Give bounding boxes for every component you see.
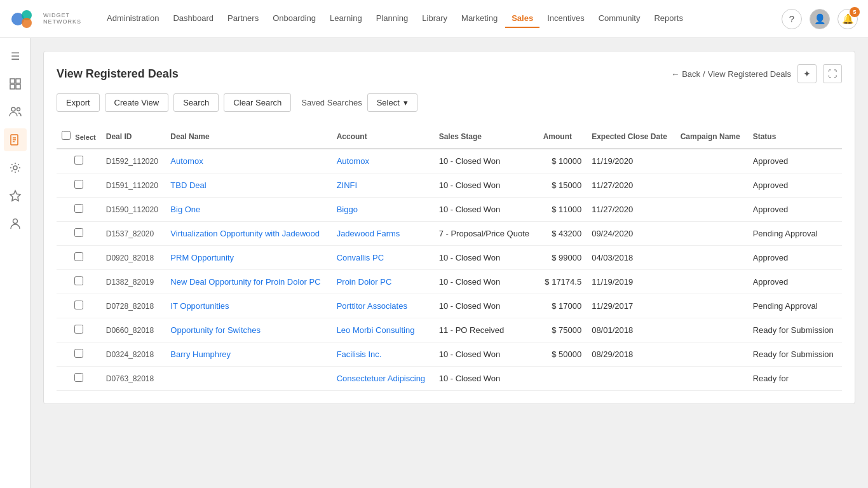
account-link[interactable]: Biggo bbox=[337, 205, 358, 214]
sidebar-gear-icon[interactable] bbox=[4, 156, 27, 179]
account-link[interactable]: Jadewood Farms bbox=[337, 229, 400, 238]
export-button[interactable]: Export bbox=[57, 93, 100, 112]
account-link[interactable]: Convallis PC bbox=[337, 253, 384, 262]
header-campaign-name: Campaign Name bbox=[675, 125, 748, 149]
sidebar-person-icon[interactable] bbox=[4, 212, 27, 235]
clear-search-button[interactable]: Clear Search bbox=[224, 93, 291, 112]
deal-name-link[interactable]: TBD Deal bbox=[170, 180, 206, 190]
header-account: Account bbox=[332, 125, 434, 149]
row-campaign-name bbox=[675, 198, 748, 222]
header-amount: Amount bbox=[538, 125, 587, 149]
row-checkbox-5[interactable] bbox=[74, 276, 83, 285]
row-checkbox-1[interactable] bbox=[74, 180, 83, 189]
row-sales-stage: 10 - Closed Won bbox=[434, 198, 538, 222]
nav-administration[interactable]: Administration bbox=[100, 10, 165, 28]
account-link[interactable]: ZINFI bbox=[337, 180, 358, 190]
row-checkbox-7[interactable] bbox=[74, 325, 83, 334]
nav-planning[interactable]: Planning bbox=[370, 10, 415, 28]
help-button[interactable]: ? bbox=[782, 9, 802, 29]
nav-incentives[interactable]: Incentives bbox=[541, 10, 591, 28]
row-account: Proin Dolor PC bbox=[332, 270, 434, 294]
sidebar-menu-icon[interactable]: ☰ bbox=[4, 44, 27, 67]
table-row: D0763_82018 Consectetuer Adipiscing 10 -… bbox=[57, 367, 842, 391]
account-link[interactable]: Leo Morbi Consulting bbox=[337, 325, 415, 335]
row-checkbox-4[interactable] bbox=[74, 252, 83, 261]
nav-learning[interactable]: Learning bbox=[323, 10, 369, 28]
deal-name-link[interactable]: PRM Opportunity bbox=[170, 253, 234, 262]
row-select-cell bbox=[57, 149, 101, 173]
row-deal-id: D1537_82020 bbox=[101, 222, 166, 246]
table-header-row: Select Deal ID Deal Name Account Sales S… bbox=[57, 125, 842, 149]
nav-marketing[interactable]: Marketing bbox=[455, 10, 504, 28]
table-row: D0728_82018 IT Opportunities Porttitor A… bbox=[57, 294, 842, 318]
deal-name-link[interactable]: Virtualization Opportunity with Jadewood bbox=[170, 229, 320, 238]
account-link[interactable]: Porttitor Associates bbox=[337, 301, 407, 311]
row-amount: $ 17174.5 bbox=[538, 270, 587, 294]
deal-name-link[interactable]: Big One bbox=[170, 205, 200, 214]
row-deal-id: D1382_82019 bbox=[101, 270, 166, 294]
sidebar-users-icon[interactable] bbox=[4, 100, 27, 123]
row-deal-name bbox=[165, 367, 331, 391]
notifications-button[interactable]: 🔔 5 bbox=[837, 9, 858, 29]
page-header: View Registered Deals ← Back / View Regi… bbox=[57, 64, 842, 83]
chevron-down-icon: ▾ bbox=[403, 98, 408, 107]
row-deal-name: New Deal Opportunity for Proin Dolor PC bbox=[165, 270, 331, 294]
row-checkbox-3[interactable] bbox=[74, 228, 83, 237]
row-checkbox-8[interactable] bbox=[74, 349, 83, 358]
create-view-button[interactable]: Create View bbox=[105, 93, 169, 112]
row-sales-stage: 10 - Closed Won bbox=[434, 173, 538, 198]
svg-point-8 bbox=[17, 108, 20, 111]
content-card: View Registered Deals ← Back / View Regi… bbox=[43, 51, 855, 404]
sidebar-document-icon[interactable] bbox=[4, 128, 27, 151]
deal-name-link[interactable]: IT Opportunities bbox=[170, 301, 229, 311]
nav-partners[interactable]: Partners bbox=[221, 10, 265, 28]
search-button[interactable]: Search bbox=[173, 93, 219, 112]
nav-community[interactable]: Community bbox=[592, 10, 647, 28]
row-checkbox-6[interactable] bbox=[74, 301, 83, 309]
row-sales-stage: 11 - PO Received bbox=[434, 318, 538, 342]
row-close-date: 09/24/2020 bbox=[587, 222, 675, 246]
account-link[interactable]: Automox bbox=[337, 156, 369, 166]
row-select-cell bbox=[57, 173, 101, 198]
deal-name-link[interactable]: Barry Humphrey bbox=[170, 349, 231, 359]
user-avatar[interactable]: 👤 bbox=[810, 9, 830, 29]
deal-name-link[interactable]: Opportunity for Switches bbox=[170, 325, 261, 335]
account-link[interactable]: Proin Dolor PC bbox=[337, 277, 392, 287]
select-dropdown[interactable]: Select ▾ bbox=[367, 93, 417, 112]
select-all-checkbox[interactable] bbox=[62, 131, 71, 140]
row-close-date: 11/19/2020 bbox=[587, 149, 675, 173]
row-amount bbox=[538, 367, 587, 391]
nav-sales[interactable]: Sales bbox=[505, 10, 539, 28]
nav-dashboard[interactable]: Dashboard bbox=[166, 10, 220, 28]
nav-icon-group: ? 👤 🔔 5 bbox=[782, 9, 858, 29]
row-amount: $ 99000 bbox=[538, 246, 587, 270]
account-link[interactable]: Facilisis Inc. bbox=[337, 349, 382, 359]
nav-reports[interactable]: Reports bbox=[648, 10, 689, 28]
deal-name-link[interactable]: New Deal Opportunity for Proin Dolor PC bbox=[170, 277, 320, 287]
row-select-cell bbox=[57, 270, 101, 294]
logo[interactable]: WIDGET NETWORKS bbox=[10, 8, 81, 30]
nav-onboarding[interactable]: Onboarding bbox=[266, 10, 322, 28]
header-deal-name: Deal Name bbox=[165, 125, 331, 149]
header-status: Status bbox=[748, 125, 842, 149]
expand-button[interactable]: ⛶ bbox=[823, 64, 842, 83]
row-checkbox-9[interactable] bbox=[74, 373, 83, 382]
saved-searches-label: Saved Searches bbox=[301, 98, 362, 107]
nav-library[interactable]: Library bbox=[416, 10, 454, 28]
row-checkbox-0[interactable] bbox=[74, 156, 83, 165]
row-status: Pending Approval bbox=[748, 294, 842, 318]
row-amount: $ 11000 bbox=[538, 198, 587, 222]
row-campaign-name bbox=[675, 173, 748, 198]
row-status: Ready for Submission bbox=[748, 342, 842, 367]
table-row: D0660_82018 Opportunity for Switches Leo… bbox=[57, 318, 842, 342]
deal-name-link[interactable]: Automox bbox=[170, 156, 203, 166]
row-deal-id: D1591_112020 bbox=[101, 173, 166, 198]
row-deal-id: D0920_82018 bbox=[101, 246, 166, 270]
sidebar-box-icon[interactable] bbox=[4, 72, 27, 95]
table-container: Select Deal ID Deal Name Account Sales S… bbox=[57, 125, 842, 391]
sidebar-star-icon[interactable] bbox=[4, 184, 27, 207]
pin-button[interactable]: ✦ bbox=[797, 64, 817, 83]
account-link[interactable]: Consectetuer Adipiscing bbox=[337, 374, 425, 383]
row-amount: $ 10000 bbox=[538, 149, 587, 173]
row-checkbox-2[interactable] bbox=[74, 204, 83, 213]
